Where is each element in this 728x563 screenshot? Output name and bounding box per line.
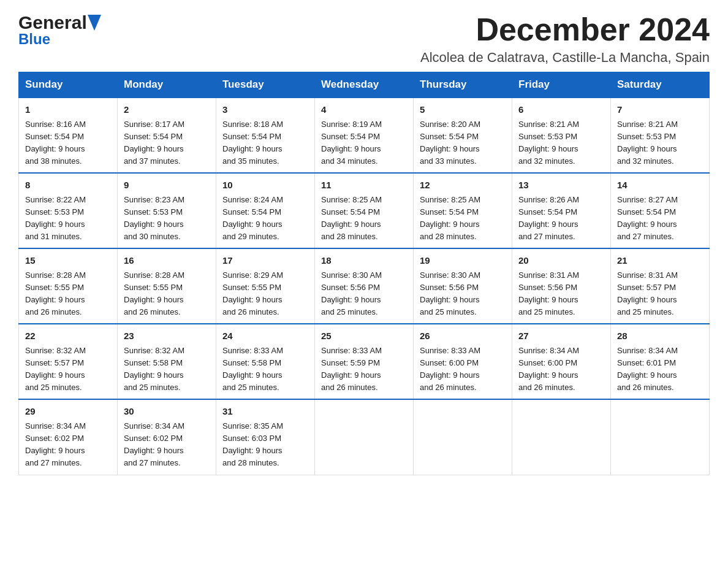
calendar-day — [315, 399, 414, 475]
day-number: 13 — [518, 178, 604, 193]
calendar-day — [611, 399, 710, 475]
day-info: Sunrise: 8:22 AMSunset: 5:53 PMDaylight:… — [25, 195, 86, 241]
day-number: 31 — [222, 405, 308, 419]
calendar-header-tuesday: Tuesday — [216, 72, 315, 98]
day-info: Sunrise: 8:35 AMSunset: 6:03 PMDaylight:… — [222, 421, 283, 467]
calendar-week-1: 1Sunrise: 8:16 AMSunset: 5:54 PMDaylight… — [19, 98, 710, 173]
calendar-day: 9Sunrise: 8:23 AMSunset: 5:53 PMDaylight… — [118, 173, 216, 248]
calendar-day: 22Sunrise: 8:32 AMSunset: 5:57 PMDayligh… — [19, 324, 118, 399]
logo-area: General Blue — [18, 12, 102, 48]
day-info: Sunrise: 8:34 AMSunset: 6:00 PMDaylight:… — [518, 346, 579, 392]
calendar-day: 20Sunrise: 8:31 AMSunset: 5:56 PMDayligh… — [512, 248, 611, 324]
day-number: 21 — [617, 254, 703, 268]
day-info: Sunrise: 8:17 AMSunset: 5:54 PMDaylight:… — [124, 120, 184, 166]
day-info: Sunrise: 8:24 AMSunset: 5:54 PMDaylight:… — [222, 195, 283, 241]
day-info: Sunrise: 8:26 AMSunset: 5:54 PMDaylight:… — [518, 195, 579, 241]
calendar-day: 17Sunrise: 8:29 AMSunset: 5:55 PMDayligh… — [216, 248, 315, 324]
logo-arrow-icon — [88, 15, 101, 31]
calendar-header-sunday: Sunday — [19, 72, 118, 98]
day-info: Sunrise: 8:20 AMSunset: 5:54 PMDaylight:… — [420, 120, 480, 166]
calendar-day: 7Sunrise: 8:21 AMSunset: 5:53 PMDaylight… — [611, 98, 710, 173]
calendar-day: 21Sunrise: 8:31 AMSunset: 5:57 PMDayligh… — [611, 248, 710, 324]
day-info: Sunrise: 8:29 AMSunset: 5:55 PMDaylight:… — [222, 270, 283, 316]
calendar-header-friday: Friday — [512, 72, 611, 98]
calendar-day: 3Sunrise: 8:18 AMSunset: 5:54 PMDaylight… — [216, 98, 315, 173]
calendar-day: 15Sunrise: 8:28 AMSunset: 5:55 PMDayligh… — [19, 248, 118, 324]
calendar-header-row: SundayMondayTuesdayWednesdayThursdayFrid… — [19, 72, 710, 98]
calendar-day: 5Sunrise: 8:20 AMSunset: 5:54 PMDaylight… — [414, 98, 512, 173]
calendar-day: 2Sunrise: 8:17 AMSunset: 5:54 PMDaylight… — [118, 98, 216, 173]
day-number: 4 — [321, 103, 407, 117]
day-info: Sunrise: 8:21 AMSunset: 5:53 PMDaylight:… — [617, 120, 678, 166]
day-number: 11 — [321, 178, 407, 193]
calendar-day: 14Sunrise: 8:27 AMSunset: 5:54 PMDayligh… — [611, 173, 710, 248]
calendar-table: SundayMondayTuesdayWednesdayThursdayFrid… — [18, 72, 710, 475]
day-info: Sunrise: 8:16 AMSunset: 5:54 PMDaylight:… — [25, 120, 86, 166]
month-title: December 2024 — [420, 12, 710, 47]
day-info: Sunrise: 8:31 AMSunset: 5:57 PMDaylight:… — [617, 270, 678, 316]
calendar-day: 25Sunrise: 8:33 AMSunset: 5:59 PMDayligh… — [315, 324, 414, 399]
day-number: 25 — [321, 329, 407, 343]
day-number: 6 — [518, 103, 604, 117]
day-info: Sunrise: 8:34 AMSunset: 6:01 PMDaylight:… — [617, 346, 678, 392]
day-number: 29 — [25, 405, 111, 419]
day-number: 26 — [420, 329, 506, 343]
calendar-day: 13Sunrise: 8:26 AMSunset: 5:54 PMDayligh… — [512, 173, 611, 248]
calendar-day: 11Sunrise: 8:25 AMSunset: 5:54 PMDayligh… — [315, 173, 414, 248]
day-number: 1 — [25, 103, 111, 117]
page-header: General Blue December 2024 Alcolea de Ca… — [18, 12, 710, 66]
day-info: Sunrise: 8:31 AMSunset: 5:56 PMDaylight:… — [518, 270, 579, 316]
day-number: 28 — [617, 329, 703, 343]
day-number: 19 — [420, 254, 506, 268]
day-number: 16 — [124, 254, 210, 268]
day-info: Sunrise: 8:32 AMSunset: 5:57 PMDaylight:… — [25, 346, 86, 392]
day-info: Sunrise: 8:33 AMSunset: 6:00 PMDaylight:… — [420, 346, 480, 392]
day-number: 9 — [124, 178, 210, 193]
svg-marker-0 — [88, 15, 101, 31]
calendar-week-2: 8Sunrise: 8:22 AMSunset: 5:53 PMDaylight… — [19, 173, 710, 248]
calendar-day: 12Sunrise: 8:25 AMSunset: 5:54 PMDayligh… — [414, 173, 512, 248]
calendar-day: 10Sunrise: 8:24 AMSunset: 5:54 PMDayligh… — [216, 173, 315, 248]
logo-general: General — [18, 12, 87, 33]
calendar-day: 8Sunrise: 8:22 AMSunset: 5:53 PMDaylight… — [19, 173, 118, 248]
calendar-day: 28Sunrise: 8:34 AMSunset: 6:01 PMDayligh… — [611, 324, 710, 399]
day-info: Sunrise: 8:33 AMSunset: 5:59 PMDaylight:… — [321, 346, 382, 392]
day-number: 23 — [124, 329, 210, 343]
day-info: Sunrise: 8:21 AMSunset: 5:53 PMDaylight:… — [518, 120, 579, 166]
day-number: 30 — [124, 405, 210, 419]
calendar-day: 4Sunrise: 8:19 AMSunset: 5:54 PMDaylight… — [315, 98, 414, 173]
calendar-week-3: 15Sunrise: 8:28 AMSunset: 5:55 PMDayligh… — [19, 248, 710, 324]
calendar-day: 16Sunrise: 8:28 AMSunset: 5:55 PMDayligh… — [118, 248, 216, 324]
calendar-day: 30Sunrise: 8:34 AMSunset: 6:02 PMDayligh… — [118, 399, 216, 475]
calendar-header-thursday: Thursday — [414, 72, 512, 98]
day-number: 18 — [321, 254, 407, 268]
calendar-header-wednesday: Wednesday — [315, 72, 414, 98]
calendar-day: 29Sunrise: 8:34 AMSunset: 6:02 PMDayligh… — [19, 399, 118, 475]
day-number: 24 — [222, 329, 308, 343]
day-number: 3 — [222, 103, 308, 117]
day-info: Sunrise: 8:25 AMSunset: 5:54 PMDaylight:… — [420, 195, 480, 241]
day-number: 17 — [222, 254, 308, 268]
day-info: Sunrise: 8:27 AMSunset: 5:54 PMDaylight:… — [617, 195, 678, 241]
calendar-day: 26Sunrise: 8:33 AMSunset: 6:00 PMDayligh… — [414, 324, 512, 399]
day-info: Sunrise: 8:25 AMSunset: 5:54 PMDaylight:… — [321, 195, 382, 241]
calendar-day — [414, 399, 512, 475]
day-info: Sunrise: 8:32 AMSunset: 5:58 PMDaylight:… — [124, 346, 184, 392]
day-info: Sunrise: 8:28 AMSunset: 5:55 PMDaylight:… — [124, 270, 184, 316]
day-info: Sunrise: 8:23 AMSunset: 5:53 PMDaylight:… — [124, 195, 184, 241]
calendar-header-saturday: Saturday — [611, 72, 710, 98]
day-info: Sunrise: 8:30 AMSunset: 5:56 PMDaylight:… — [420, 270, 480, 316]
day-number: 5 — [420, 103, 506, 117]
day-number: 27 — [518, 329, 604, 343]
calendar-day: 1Sunrise: 8:16 AMSunset: 5:54 PMDaylight… — [19, 98, 118, 173]
calendar-day: 18Sunrise: 8:30 AMSunset: 5:56 PMDayligh… — [315, 248, 414, 324]
day-info: Sunrise: 8:18 AMSunset: 5:54 PMDaylight:… — [222, 120, 283, 166]
calendar-day: 31Sunrise: 8:35 AMSunset: 6:03 PMDayligh… — [216, 399, 315, 475]
calendar-day: 19Sunrise: 8:30 AMSunset: 5:56 PMDayligh… — [414, 248, 512, 324]
calendar-week-5: 29Sunrise: 8:34 AMSunset: 6:02 PMDayligh… — [19, 399, 710, 475]
day-number: 22 — [25, 329, 111, 343]
day-info: Sunrise: 8:19 AMSunset: 5:54 PMDaylight:… — [321, 120, 382, 166]
day-info: Sunrise: 8:34 AMSunset: 6:02 PMDaylight:… — [25, 421, 86, 467]
day-number: 14 — [617, 178, 703, 193]
day-number: 7 — [617, 103, 703, 117]
